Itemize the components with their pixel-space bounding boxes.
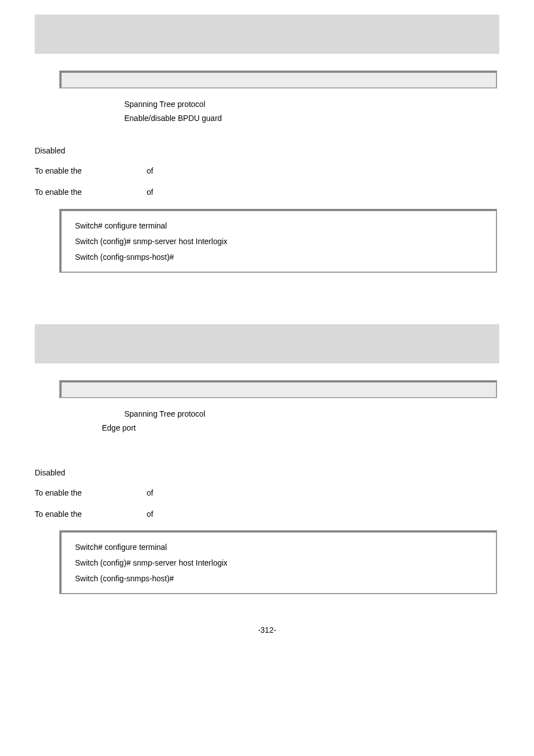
enable-row-1a: To enable the of [35, 166, 499, 176]
enable-left-2a: To enable the [35, 488, 147, 498]
enable-row-1b: To enable the of [35, 187, 499, 197]
enable-left-2b: To enable the [35, 509, 147, 519]
enable-mid-1a: of [147, 166, 499, 176]
kv-row-spanning-1: Spanning Tree protocol [59, 99, 499, 110]
spanning-tree-label-1: Spanning Tree protocol [124, 99, 499, 110]
example-box-1: Switch# configure terminal Switch (confi… [59, 209, 497, 273]
kv-row-spanning-2: Spanning Tree protocol [59, 408, 499, 420]
enable-mid-2b: of [147, 509, 499, 519]
syntax-box-1 [59, 71, 497, 88]
example-line-2-3: Switch (config-snmps-host)# [75, 571, 483, 586]
syntax-box-2 [59, 380, 497, 398]
example-line-1-2: Switch (config)# snmp-server host Interl… [75, 234, 483, 249]
example-line-1-3: Switch (config-snmps-host)# [75, 249, 483, 265]
kv-row-bpdu: Enable/disable BPDU guard [59, 113, 499, 124]
disabled-text-1: Disabled [35, 146, 499, 156]
enable-left-1a: To enable the [35, 166, 147, 176]
kv-row-edge: Edge port [59, 422, 499, 434]
bpdu-guard-label: Enable/disable BPDU guard [124, 113, 499, 124]
example-line-2-2: Switch (config)# snmp-server host Interl… [75, 555, 483, 571]
section-header-band-1 [35, 15, 499, 54]
page-number: -312- [35, 626, 499, 634]
section-header-band-2 [35, 324, 499, 363]
enable-mid-1b: of [147, 187, 499, 197]
enable-mid-2a: of [147, 488, 499, 498]
example-line-1-1: Switch# configure terminal [75, 218, 483, 234]
example-line-2-1: Switch# configure terminal [75, 539, 483, 555]
example-box-2: Switch# configure terminal Switch (confi… [59, 530, 497, 594]
enable-row-2a: To enable the of [35, 488, 499, 498]
enable-row-2b: To enable the of [35, 509, 499, 519]
edge-port-label: Edge port [102, 422, 499, 434]
page-container: Spanning Tree protocol Enable/disable BP… [0, 0, 534, 651]
spanning-tree-label-2: Spanning Tree protocol [124, 408, 499, 420]
disabled-text-2: Disabled [35, 468, 499, 478]
enable-left-1b: To enable the [35, 187, 147, 197]
